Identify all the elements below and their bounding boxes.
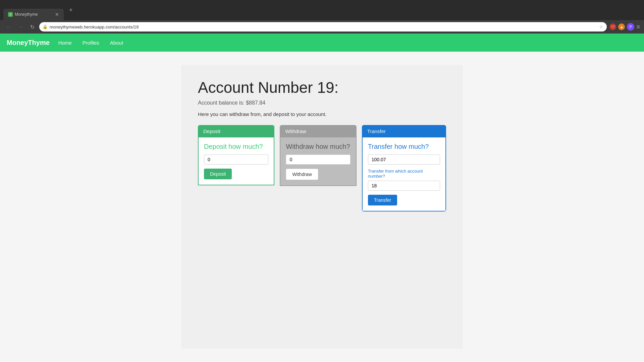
withdraw-question: Withdraw how much? <box>286 143 350 150</box>
transfer-button[interactable]: Transfer <box>368 195 397 205</box>
nav-link-about[interactable]: About <box>108 39 125 47</box>
browser-toolbar: ← → ↻ 🔒 moneythymeweb.herokuapp.com/acco… <box>0 20 644 34</box>
transfer-account-label: Transfer from which account number? <box>368 169 440 179</box>
nav-link-profiles[interactable]: Profiles <box>80 39 101 47</box>
cards-row: Deposit Deposit how much? Deposit Withdr… <box>198 125 446 212</box>
deposit-card-body: Deposit how much? Deposit <box>198 137 274 185</box>
tab-favicon: S <box>8 12 13 17</box>
withdraw-input[interactable] <box>286 155 350 165</box>
withdraw-card-body: Withdraw how much? Withdraw <box>280 137 356 186</box>
nav-link-home[interactable]: Home <box>56 39 74 47</box>
account-description: Here you can withdraw from, and deposit … <box>198 111 446 117</box>
tab-title: Moneythyme <box>15 12 38 17</box>
lock-icon: 🔒 <box>43 24 48 29</box>
browser-menu-button[interactable]: ≡ <box>636 23 640 31</box>
content-area: Account Number 19: Account balance is: $… <box>181 65 463 349</box>
transfer-card: Transfer Transfer how much? Transfer fro… <box>362 125 446 212</box>
url-text: moneythymeweb.herokuapp.com/accounts/19 <box>50 24 597 29</box>
browser-extension-actions: 🛡 ▲ P ≡ <box>609 23 640 31</box>
forward-button[interactable]: → <box>16 23 25 31</box>
transfer-question: Transfer how much? <box>368 143 440 150</box>
profile-avatar[interactable]: P <box>627 23 634 31</box>
browser-tab-bar: S Moneythyme ✕ + <box>0 0 644 20</box>
active-tab[interactable]: S Moneythyme ✕ <box>3 9 64 20</box>
transfer-card-body: Transfer how much? Transfer from which a… <box>362 137 446 212</box>
transfer-account-input[interactable] <box>368 181 440 191</box>
new-tab-button[interactable]: + <box>66 5 75 15</box>
deposit-input[interactable] <box>204 155 268 165</box>
back-button[interactable]: ← <box>4 23 13 31</box>
bookmark-icon: ☆ <box>599 24 603 29</box>
withdraw-card: Withdraw Withdraw how much? Withdraw <box>280 125 356 212</box>
tab-close-button[interactable]: ✕ <box>55 12 59 17</box>
deposit-card: Deposit Deposit how much? Deposit <box>198 125 274 212</box>
withdraw-card-header: Withdraw <box>280 125 356 137</box>
deposit-card-header: Deposit <box>198 125 274 137</box>
withdraw-button[interactable]: Withdraw <box>286 169 318 180</box>
deposit-question: Deposit how much? <box>204 143 268 150</box>
address-bar[interactable]: 🔒 moneythymeweb.herokuapp.com/accounts/1… <box>39 22 607 32</box>
transfer-amount-input[interactable] <box>368 155 440 165</box>
reload-button[interactable]: ↻ <box>28 23 37 31</box>
navbar-brand[interactable]: MoneyThyme <box>7 39 50 47</box>
brave-shield-icon[interactable]: 🛡 <box>609 23 616 30</box>
account-balance: Account balance is: $887.84 <box>198 100 446 106</box>
account-title: Account Number 19: <box>198 78 446 97</box>
brave-rewards-icon[interactable]: ▲ <box>618 23 625 30</box>
tabs-container: S Moneythyme ✕ <box>3 0 64 20</box>
navbar: MoneyThyme Home Profiles About <box>0 34 644 52</box>
transfer-card-header: Transfer <box>362 125 446 137</box>
page-wrapper: Account Number 19: Account balance is: $… <box>0 52 644 362</box>
deposit-button[interactable]: Deposit <box>204 169 232 179</box>
